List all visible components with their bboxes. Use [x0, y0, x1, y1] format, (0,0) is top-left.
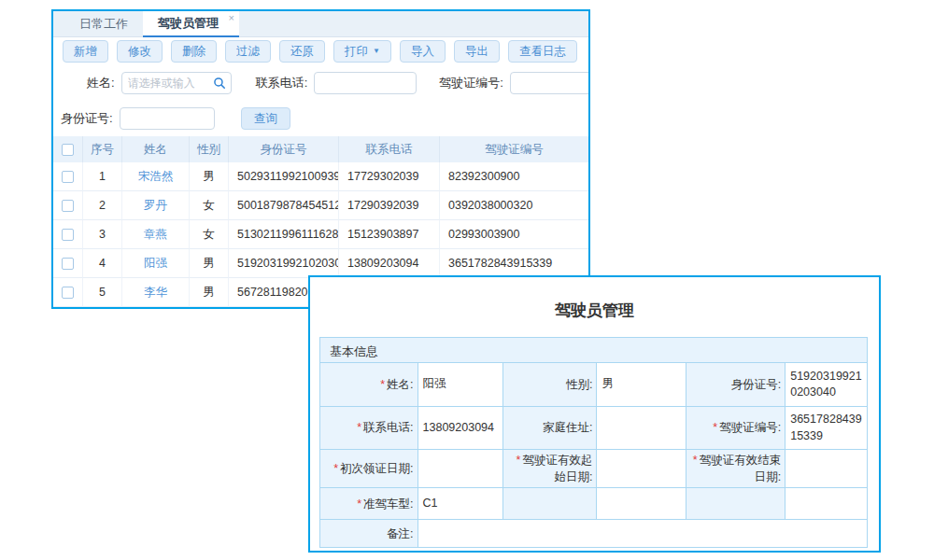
button-label: 过滤	[236, 44, 260, 60]
search-input-wrap	[314, 72, 417, 94]
field-label-text: 家庭住址:	[543, 419, 592, 436]
form-value-home-address	[596, 407, 686, 449]
toolbar-button-export[interactable]: 导出	[454, 40, 500, 63]
column-header-1: 姓名	[122, 136, 190, 162]
toolbar-button-restore[interactable]: 还原	[279, 40, 325, 63]
id-card-input[interactable]	[120, 107, 215, 130]
search-group-license-no: 驾驶证编号:	[439, 72, 590, 94]
tab-daily-work[interactable]: 日常工作	[64, 11, 143, 37]
search-filter-row-1: 姓名:联系电话:驾驶证编号:驾	[53, 71, 588, 95]
toolbar-button-import[interactable]: 导入	[400, 40, 446, 63]
form-label-license-valid-end: *驾驶证有效结束日期:	[686, 450, 785, 487]
form-row: *联系电话:13809203094家庭住址:*驾驶证编号:36517828439…	[320, 406, 867, 449]
tab-driver-management[interactable]: 驾驶员管理 ×	[143, 11, 239, 37]
required-asterisk: *	[357, 497, 361, 511]
driver-name-link[interactable]: 李华	[144, 285, 167, 301]
toolbar-button-delete[interactable]: 删除	[171, 40, 217, 63]
button-label: 打印	[345, 44, 368, 60]
form-label-license-valid-start: *驾驶证有效起始日期:	[502, 450, 596, 487]
form-label-name: *姓名:	[320, 363, 417, 406]
field-label-text: *初次领证日期:	[333, 460, 413, 477]
row-checkbox[interactable]	[62, 171, 74, 183]
driver-name-link[interactable]: 章燕	[144, 227, 167, 243]
basic-info-form: *姓名:阳强性别:男身份证号:519203199210203040*联系电话:1…	[320, 363, 867, 547]
field-label-text: *联系电话:	[357, 419, 413, 436]
field-label-text: *姓名:	[380, 376, 413, 393]
driver-name-link[interactable]: 罗丹	[144, 198, 167, 214]
search-filter-row-2: 身份证号: 查询	[53, 106, 588, 131]
cell-license: 3651782843915339	[440, 249, 588, 278]
field-label-text: 性别:	[566, 376, 592, 393]
search-label-license-no: 驾驶证编号:	[439, 75, 503, 91]
toolbar-button-filter[interactable]: 过滤	[225, 40, 271, 63]
caret-down-icon: ▼	[373, 48, 380, 55]
form-value-empty-1	[596, 488, 686, 519]
search-group-driver-name: 姓名:	[87, 72, 232, 94]
search-input-phone[interactable]	[314, 72, 417, 94]
button-label: 导入	[411, 44, 434, 60]
tab-bar: 日常工作 驾驶员管理 ×	[53, 11, 588, 37]
form-label-empty-2	[686, 488, 785, 519]
row-checkbox-cell	[53, 220, 83, 249]
search-input-wrap	[121, 72, 232, 94]
form-label-license-no: *驾驶证编号:	[686, 407, 785, 449]
form-label-phone: *联系电话:	[320, 407, 417, 449]
toolbar-button-edit[interactable]: 修改	[117, 40, 163, 63]
query-button[interactable]: 查询	[241, 107, 290, 130]
search-label-phone: 联系电话:	[256, 75, 308, 91]
search-icon[interactable]	[213, 77, 226, 90]
form-row: *准驾车型:C1	[320, 487, 867, 519]
row-checkbox[interactable]	[62, 287, 74, 299]
form-value-first-license-date	[417, 450, 503, 487]
section-header: 基本信息	[320, 338, 867, 363]
button-label: 新增	[74, 44, 97, 60]
button-label: 查看日志	[519, 44, 566, 60]
required-asterisk: *	[357, 421, 361, 434]
row-checkbox[interactable]	[62, 229, 74, 241]
driver-detail-dialog: 驾驶员管理 基本信息 *姓名:阳强性别:男身份证号:51920319921020…	[308, 275, 881, 553]
cell-id: 519203199210203040	[229, 249, 339, 278]
field-label-text: *驾驶证编号:	[713, 419, 781, 436]
cell-gender: 女	[190, 191, 229, 220]
row-checkbox-cell	[53, 278, 83, 307]
tab-label: 驾驶员管理	[158, 15, 219, 32]
id-card-label: 身份证号:	[61, 110, 113, 127]
cell-phone: 13809203094	[339, 249, 440, 278]
cell-gender: 男	[190, 249, 229, 278]
cell-name: 章燕	[122, 220, 190, 249]
form-value-vehicle-class: C1	[417, 488, 503, 519]
cell-no: 3	[83, 220, 122, 249]
field-label-text: 身份证号:	[731, 376, 781, 393]
driver-name-link[interactable]: 阳强	[144, 256, 167, 272]
form-label-remark: 备注:	[320, 520, 417, 547]
tab-close-icon[interactable]: ×	[229, 12, 234, 23]
cell-name: 李华	[122, 278, 190, 307]
driver-name-link[interactable]: 宋浩然	[138, 169, 174, 185]
header-checkbox[interactable]	[62, 144, 74, 156]
form-value-license-valid-start	[596, 450, 686, 487]
form-value-name: 阳强	[417, 363, 503, 406]
cell-name: 宋浩然	[122, 162, 190, 191]
cell-gender: 女	[190, 220, 229, 249]
cell-gender: 男	[190, 278, 229, 307]
cell-name: 罗丹	[122, 191, 190, 220]
table-header-checkbox-cell	[53, 136, 83, 162]
toolbar: 新增修改删除过滤还原打印▼导入导出查看日志	[53, 37, 588, 65]
cell-license: 82392300900	[440, 162, 588, 191]
cell-id: 513021199611162847	[229, 220, 339, 249]
form-value-license-valid-end	[785, 450, 867, 487]
toolbar-button-print[interactable]: 打印▼	[333, 40, 391, 63]
column-header-3: 身份证号	[229, 136, 339, 162]
field-label-text: *驾驶证有效起始日期:	[506, 452, 592, 485]
toolbar-button-view-log[interactable]: 查看日志	[508, 40, 577, 63]
search-input-license-no[interactable]	[510, 72, 590, 94]
row-checkbox[interactable]	[62, 258, 74, 270]
required-asterisk: *	[693, 454, 698, 467]
row-checkbox[interactable]	[62, 200, 74, 212]
dialog-title: 驾驶员管理	[310, 300, 879, 321]
column-header-0: 序号	[83, 136, 122, 162]
required-asterisk: *	[380, 378, 385, 391]
form-value-gender: 男	[596, 363, 686, 406]
toolbar-button-add[interactable]: 新增	[63, 40, 108, 63]
cell-no: 2	[83, 191, 122, 220]
